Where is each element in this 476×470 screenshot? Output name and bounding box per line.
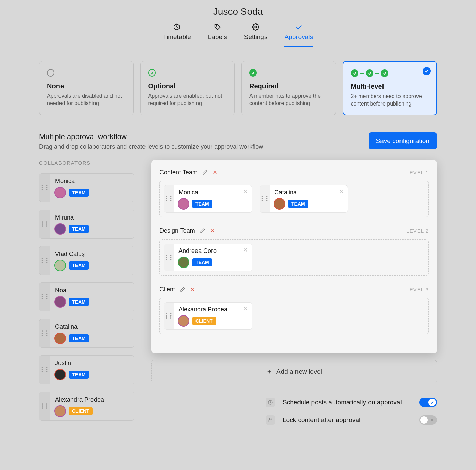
- collaborator-item[interactable]: • •• •• •CatalinaTEAM: [39, 319, 134, 348]
- drag-handle[interactable]: • •• •• •: [39, 210, 50, 238]
- level-member-card[interactable]: • •• •• •Alexandra ProdeaCLIENT: [164, 302, 252, 330]
- toggle[interactable]: ✕: [419, 415, 437, 425]
- save-configuration-button[interactable]: Save configuration: [369, 132, 437, 149]
- workflow-workbench: COLLABORATORS • •• •• •MonicaTEAM• •• ••…: [39, 160, 437, 429]
- avatar: [55, 260, 65, 271]
- role-badge: TEAM: [69, 371, 89, 379]
- avatar: [178, 316, 189, 326]
- clock-icon: [173, 23, 181, 31]
- collaborator-item[interactable]: • •• •• •Alexandra ProdeaCLIENT: [39, 392, 134, 421]
- toggle[interactable]: [419, 398, 437, 407]
- drag-handle[interactable]: • •• •• •: [260, 185, 270, 212]
- delete-level-button[interactable]: [213, 170, 217, 175]
- collaborators-sidebar: COLLABORATORS • •• •• •MonicaTEAM• •• ••…: [39, 160, 134, 428]
- collaborator-name: Catalina: [55, 323, 129, 330]
- role-badge: CLIENT: [192, 317, 216, 325]
- tab-label: Settings: [244, 33, 268, 41]
- approval-settings: Schedule posts automatically on approval…: [151, 393, 437, 429]
- level-title: Client: [159, 286, 175, 293]
- svg-point-2: [255, 26, 257, 28]
- member-name: Monica: [178, 189, 247, 196]
- drag-handle[interactable]: • •• •• •: [39, 283, 50, 311]
- setting-row: Lock content after approval✕: [151, 411, 437, 429]
- clock-icon: [266, 398, 275, 407]
- collaborator-item[interactable]: • •• •• •Vlad CalușTEAM: [39, 246, 134, 275]
- edit-level-button[interactable]: [200, 228, 205, 233]
- plus-icon: [266, 369, 272, 375]
- avatar: [55, 370, 65, 380]
- drag-handle[interactable]: • •• •• •: [39, 392, 50, 420]
- check-circle-fill-icon: [366, 69, 373, 77]
- drag-handle[interactable]: • •• •• •: [39, 246, 50, 275]
- option-desc: Approvals are enabled, but not required …: [148, 92, 227, 108]
- drag-handle[interactable]: • •• •• •: [39, 319, 50, 347]
- level-title: Design Team: [159, 227, 195, 234]
- remove-member-button[interactable]: [243, 306, 248, 311]
- header: Jusco Soda TimetableLabelsSettingsApprov…: [0, 0, 476, 47]
- drag-handle[interactable]: • •• •• •: [39, 174, 50, 202]
- collaborator-item[interactable]: • •• •• •MonicaTEAM: [39, 173, 134, 202]
- avatar: [178, 199, 189, 209]
- collaborator-name: Noa: [55, 287, 129, 294]
- avatar: [55, 406, 65, 416]
- tab-label: Timetable: [163, 33, 191, 41]
- svg-rect-20: [269, 420, 272, 422]
- remove-member-button[interactable]: [339, 189, 344, 194]
- level-dropzone[interactable]: • •• •• •MonicaTEAM• •• •• •CatalinaTEAM: [159, 181, 429, 217]
- level-tag: LEVEL 1: [406, 169, 429, 175]
- drag-handle[interactable]: • •• •• •: [164, 244, 174, 271]
- role-badge: TEAM: [69, 334, 89, 342]
- option-required[interactable]: RequiredA member has to approve the cont…: [241, 61, 336, 115]
- tab-approvals[interactable]: Approvals: [284, 23, 313, 47]
- edit-level-button[interactable]: [202, 169, 208, 175]
- tab-labels[interactable]: Labels: [208, 23, 227, 47]
- workflow-heading: Multiple approval workflow: [39, 132, 263, 141]
- role-badge: TEAM: [69, 225, 89, 233]
- check-icon: [295, 23, 303, 31]
- remove-member-button[interactable]: [243, 189, 248, 194]
- tab-timetable[interactable]: Timetable: [163, 23, 191, 47]
- tabs: TimetableLabelsSettingsApprovals: [0, 23, 476, 47]
- role-badge: TEAM: [192, 200, 213, 208]
- role-badge: TEAM: [288, 200, 308, 208]
- role-badge: TEAM: [192, 258, 213, 266]
- check-circle-fill-icon: [381, 69, 388, 77]
- drag-handle[interactable]: • •• •• •: [164, 303, 174, 329]
- setting-label: Schedule posts automatically on approval: [283, 399, 412, 406]
- level-member-card[interactable]: • •• •• •Andreea CoroTEAM: [164, 244, 252, 271]
- tab-label: Labels: [208, 33, 227, 41]
- option-optional[interactable]: OptionalApprovals are enabled, but not r…: [140, 61, 235, 115]
- remove-member-button[interactable]: [243, 247, 248, 252]
- collaborator-item[interactable]: • •• •• •MirunaTEAM: [39, 210, 134, 239]
- collaborator-name: Vlad Caluș: [55, 250, 129, 258]
- collaborator-name: Alexandra Prodea: [55, 396, 129, 403]
- drag-handle[interactable]: • •• •• •: [164, 185, 174, 212]
- option-multi[interactable]: Multi-level2+ members need to approve co…: [343, 61, 437, 115]
- page-title: Jusco Soda: [0, 6, 476, 17]
- add-level-button[interactable]: Add a new level: [151, 360, 437, 383]
- level-member-card[interactable]: • •• •• •CatalinaTEAM: [260, 185, 348, 213]
- collaborator-item[interactable]: • •• •• •JustinTEAM: [39, 355, 134, 384]
- level-dropzone[interactable]: • •• •• •Andreea CoroTEAM: [159, 239, 429, 276]
- edit-level-button[interactable]: [180, 287, 185, 292]
- tag-icon: [214, 23, 221, 31]
- role-badge: TEAM: [69, 298, 89, 306]
- setting-label: Lock content after approval: [283, 416, 412, 424]
- collaborator-item[interactable]: • •• •• •NoaTEAM: [39, 282, 134, 311]
- level-block: ClientLEVEL 3• •• •• •Alexandra ProdeaCL…: [159, 286, 429, 334]
- collaborator-name: Miruna: [55, 214, 129, 221]
- option-desc: Approvals are disabled and not needed fo…: [47, 92, 126, 108]
- avatar: [55, 333, 65, 343]
- tab-label: Approvals: [284, 33, 313, 41]
- collaborator-name: Justin: [55, 360, 129, 367]
- option-none[interactable]: NoneApprovals are disabled and not neede…: [39, 61, 134, 115]
- tab-settings[interactable]: Settings: [244, 23, 268, 47]
- delete-level-button[interactable]: [210, 228, 215, 233]
- level-block: Design TeamLEVEL 2• •• •• •Andreea CoroT…: [159, 227, 429, 276]
- level-member-card[interactable]: • •• •• •MonicaTEAM: [164, 185, 252, 213]
- check-circle-outline-icon: [148, 69, 156, 77]
- level-dropzone[interactable]: • •• •• •Alexandra ProdeaCLIENT: [159, 298, 429, 334]
- delete-level-button[interactable]: [190, 287, 195, 292]
- setting-row: Schedule posts automatically on approval: [151, 393, 437, 411]
- drag-handle[interactable]: • •• •• •: [39, 356, 50, 384]
